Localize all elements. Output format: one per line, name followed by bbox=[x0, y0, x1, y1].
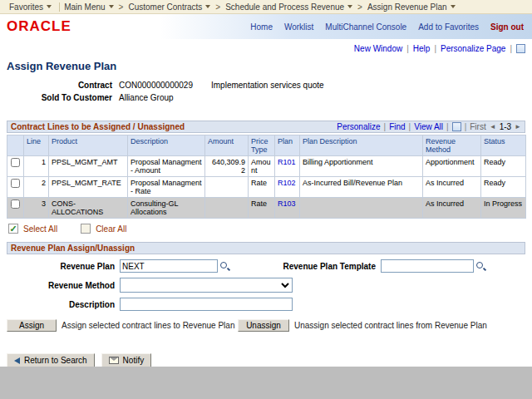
breadcrumb-main-menu[interactable]: Main Menu bbox=[60, 2, 117, 12]
breadcrumb-item-label: Main Menu bbox=[64, 2, 105, 12]
col-product[interactable]: Product bbox=[49, 135, 128, 156]
page: Favorites Main Menu > Customer Contracts… bbox=[0, 0, 532, 367]
col-amount[interactable]: Amount bbox=[205, 135, 249, 156]
description-cell: Proposal Managment - Amount bbox=[128, 156, 205, 177]
breadcrumb-item-label: Assign Revenue Plan bbox=[367, 2, 447, 12]
breadcrumb-customer-contracts[interactable]: Customer Contracts bbox=[124, 2, 214, 12]
row-3-checkbox[interactable] bbox=[11, 200, 20, 209]
pagebar-separator: | bbox=[510, 44, 512, 53]
clear-all-link[interactable]: Clear All bbox=[96, 224, 126, 234]
status-cell: In Progress bbox=[481, 198, 526, 219]
notify-button[interactable]: Notify bbox=[101, 353, 152, 367]
chevron-down-icon bbox=[109, 5, 114, 8]
plan-link[interactable]: R101 bbox=[278, 158, 296, 166]
col-status[interactable]: Status bbox=[481, 135, 526, 156]
notify-envelope-icon bbox=[109, 357, 119, 364]
find-link[interactable]: Find bbox=[389, 122, 405, 131]
description-cell: Consulting-GL Allocations bbox=[128, 198, 205, 219]
contract-label: Contract bbox=[0, 81, 112, 90]
revenue-plan-input[interactable] bbox=[120, 259, 218, 273]
plan-description-cell: As-Incurred Bill/Revenue Plan bbox=[300, 177, 423, 198]
breadcrumb-separator: > bbox=[118, 2, 125, 12]
help-link[interactable]: Help bbox=[413, 44, 431, 53]
unassign-button[interactable]: Unassign bbox=[238, 319, 289, 332]
return-to-search-label: Return to Search bbox=[24, 356, 87, 365]
chevron-down-icon bbox=[347, 5, 352, 8]
grid-toolbar: Personalize | Find | View All | | First … bbox=[337, 122, 521, 131]
price-type-cell: Rate bbox=[249, 177, 275, 198]
breadcrumb: Favorites Main Menu > Customer Contracts… bbox=[0, 0, 532, 14]
assign-section-title: Revenue Plan Assign/Unassign bbox=[11, 244, 135, 253]
revenue-method-label: Revenue Method bbox=[7, 281, 115, 290]
personalize-link[interactable]: Personalize bbox=[337, 122, 380, 131]
revenue-plan-template-label: Revenue Plan Template bbox=[230, 262, 376, 271]
col-revenue-method[interactable]: Revenue Method bbox=[423, 135, 481, 156]
sign-out-link[interactable]: Sign out bbox=[490, 22, 524, 32]
product-cell: PPSL_MGMT_RATE bbox=[49, 177, 128, 198]
page-utility-bar: New Window | Help | Personalize Page | bbox=[0, 39, 532, 53]
chevron-down-icon bbox=[451, 5, 456, 8]
header-links: Home Worklist MultiChannel Console Add t… bbox=[250, 22, 532, 32]
col-description[interactable]: Description bbox=[128, 135, 205, 156]
toolbar-separator: | bbox=[384, 122, 387, 131]
price-type-cell: Rate bbox=[249, 198, 275, 219]
breadcrumb-assign-revenue-plan[interactable]: Assign Revenue Plan bbox=[363, 2, 460, 12]
sold-to-customer-value: Alliance Group bbox=[119, 93, 206, 102]
plan-cell: R101 bbox=[275, 156, 300, 177]
breadcrumb-favorites[interactable]: Favorites bbox=[5, 2, 60, 12]
pagination-first[interactable]: First bbox=[470, 122, 485, 131]
chevron-down-icon bbox=[47, 5, 52, 8]
revenue-plan-row: Revenue Plan Revenue Plan Template bbox=[7, 259, 525, 273]
line-cell: 1 bbox=[24, 156, 49, 177]
revenue-plan-lookup-icon[interactable] bbox=[219, 261, 230, 272]
pagination-prev-icon[interactable]: ◄ bbox=[490, 123, 496, 131]
breadcrumb-separator: > bbox=[214, 2, 221, 12]
select-all-link[interactable]: Select All bbox=[23, 224, 57, 234]
revenue-method-select[interactable] bbox=[120, 278, 293, 293]
row-2-checkbox[interactable] bbox=[11, 179, 20, 188]
col-line[interactable]: Line bbox=[24, 135, 49, 156]
plan-link[interactable]: R102 bbox=[278, 179, 296, 187]
revenue-plan-template-input[interactable] bbox=[381, 259, 474, 273]
col-plan-description[interactable]: Plan Description bbox=[300, 135, 423, 156]
col-plan[interactable]: Plan bbox=[275, 135, 300, 156]
grid-section-header: Contract Lines to be Assigned / Unassign… bbox=[7, 121, 525, 133]
revenue-plan-template-lookup-icon[interactable] bbox=[475, 261, 486, 272]
description-input[interactable] bbox=[120, 298, 293, 311]
http-new-window-icon[interactable] bbox=[516, 44, 525, 53]
description-cell: Proposal Managment - Rate bbox=[128, 177, 205, 198]
contract-description: Implementation services quote bbox=[211, 81, 324, 90]
revenue-method-cell: As Incurred bbox=[423, 177, 481, 198]
price-type-cell: Amount bbox=[249, 156, 275, 177]
pagebar-separator: | bbox=[406, 44, 409, 53]
assign-hint: Assign selected contract lines to Revenu… bbox=[62, 321, 238, 330]
row-1-checkbox[interactable] bbox=[11, 158, 20, 167]
new-window-link[interactable]: New Window bbox=[354, 44, 402, 53]
home-link[interactable]: Home bbox=[250, 22, 273, 32]
toolbar-separator: | bbox=[409, 122, 411, 131]
footer-toolbar: Return to Search Notify bbox=[7, 353, 532, 367]
breadcrumb-schedule-process-revenue[interactable]: Schedule and Process Revenue bbox=[221, 2, 357, 12]
add-to-favorites-link[interactable]: Add to Favorites bbox=[418, 22, 479, 32]
pagination-next-icon[interactable]: ► bbox=[515, 123, 521, 131]
page-title: Assign Revenue Plan bbox=[7, 60, 532, 72]
personalize-page-link[interactable]: Personalize Page bbox=[441, 44, 505, 53]
return-to-search-button[interactable]: Return to Search bbox=[7, 353, 95, 367]
return-arrow-icon bbox=[14, 357, 20, 364]
breadcrumb-item-label: Customer Contracts bbox=[128, 2, 202, 12]
plan-link[interactable]: R103 bbox=[278, 200, 296, 208]
row-select-cell bbox=[7, 156, 24, 177]
plan-description-cell: Billing Apportionment bbox=[300, 156, 423, 177]
worklist-link[interactable]: Worklist bbox=[284, 22, 313, 32]
view-all-link[interactable]: View All bbox=[414, 122, 443, 131]
col-price-type[interactable]: Price Type bbox=[249, 135, 275, 156]
table-row: 3 CONS-ALLOCATIONS Consulting-GL Allocat… bbox=[7, 198, 526, 219]
multichannel-console-link[interactable]: MultiChannel Console bbox=[325, 22, 406, 32]
assign-button[interactable]: Assign bbox=[7, 319, 57, 332]
product-cell: CONS-ALLOCATIONS bbox=[49, 198, 128, 219]
select-all-check-icon[interactable]: ✓ bbox=[8, 224, 18, 234]
product-cell: PPSL_MGMT_AMT bbox=[49, 156, 128, 177]
clear-all-box-icon[interactable] bbox=[81, 224, 91, 234]
chevron-down-icon bbox=[205, 5, 210, 8]
download-to-excel-icon[interactable] bbox=[452, 122, 461, 131]
